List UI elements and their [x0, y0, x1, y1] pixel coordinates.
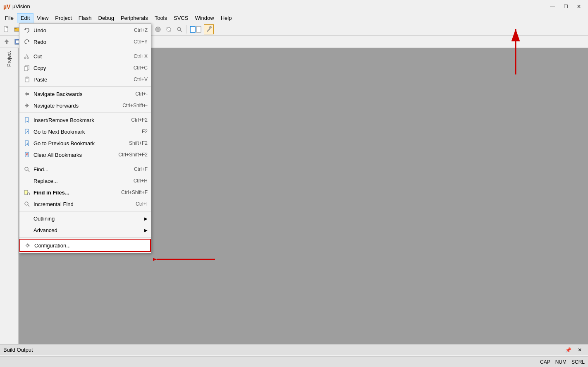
- sep4: [19, 162, 151, 162]
- maximize-button[interactable]: ☐: [560, 2, 571, 11]
- svg-line-73: [29, 195, 30, 195]
- minimize-button[interactable]: —: [547, 2, 558, 11]
- next-bookmark-icon: [23, 127, 31, 136]
- project-panel: Project: [0, 48, 19, 344]
- svg-line-54: [26, 54, 28, 55]
- menu-item-prev-bookmark[interactable]: Go to Previous Bookmark Shift+F2: [19, 137, 151, 149]
- clear-bookmarks-shortcut: Ctrl+Shift+F2: [118, 152, 148, 158]
- tb-search[interactable]: [174, 24, 184, 34]
- next-bookmark-label: Go to Next Bookmark: [33, 129, 139, 135]
- next-bookmark-shortcut: F2: [142, 129, 148, 134]
- nav-fwd-shortcut: Ctrl+Shift+-: [122, 103, 148, 108]
- svg-point-50: [24, 57, 26, 59]
- tb2-btn1[interactable]: [2, 37, 12, 47]
- title-controls: — ☐ ✕: [547, 2, 585, 11]
- title-text: µVision: [12, 3, 30, 10]
- menu-item-nav-back[interactable]: Navigate Backwards Ctrl+-: [19, 88, 151, 100]
- menu-debug[interactable]: Debug: [95, 13, 117, 23]
- replace-icon: [23, 177, 31, 185]
- find-label: Find...: [33, 166, 131, 173]
- menu-item-advanced[interactable]: Advanced ▶: [19, 224, 151, 236]
- menu-view[interactable]: View: [33, 13, 52, 23]
- svg-line-38: [207, 29, 210, 31]
- menu-item-configuration[interactable]: Configuration...: [19, 239, 151, 252]
- build-output-pin[interactable]: 📌: [563, 345, 573, 355]
- find-files-icon: [23, 188, 31, 197]
- paste-shortcut: Ctrl+V: [134, 77, 148, 82]
- menu-bar: File Edit View Project Flash Debug Perip…: [0, 13, 588, 23]
- paste-icon: [23, 75, 31, 84]
- svg-point-51: [27, 57, 29, 59]
- close-button[interactable]: ✕: [573, 2, 585, 11]
- menu-svcs[interactable]: SVCS: [170, 13, 191, 23]
- insert-bookmark-icon: [23, 116, 31, 124]
- menu-item-clear-bookmarks[interactable]: Clear All Bookmarks Ctrl+Shift+F2: [19, 149, 151, 161]
- advanced-label: Advanced: [33, 227, 143, 233]
- status-num: NUM: [555, 359, 566, 365]
- build-output-icons: 📌 ✕: [563, 345, 585, 355]
- menu-file[interactable]: File: [2, 13, 17, 23]
- svg-point-69: [25, 167, 28, 170]
- menu-item-redo[interactable]: Redo Ctrl+Y: [19, 36, 151, 48]
- menu-item-find-in-files[interactable]: Find in Files... Ctrl+Shift+F: [19, 187, 151, 198]
- menu-tools[interactable]: Tools: [151, 13, 170, 23]
- menu-item-find[interactable]: Find... Ctrl+F: [19, 163, 151, 175]
- menu-item-next-bookmark[interactable]: Go to Next Bookmark F2: [19, 126, 151, 137]
- menu-edit[interactable]: Edit: [17, 13, 33, 23]
- nav-back-icon: [23, 90, 31, 98]
- status-bar: CAP NUM SCRL: [0, 356, 588, 367]
- app-icon: µV: [3, 3, 10, 10]
- tb-new[interactable]: [2, 24, 12, 34]
- menu-item-paste[interactable]: Paste Ctrl+V: [19, 74, 151, 85]
- build-output-header: Build Output 📌 ✕: [0, 345, 588, 355]
- replace-shortcut: Ctrl+H: [134, 178, 148, 184]
- status-cap: CAP: [540, 359, 550, 365]
- nav-back-shortcut: Ctrl+-: [135, 91, 148, 97]
- menu-help[interactable]: Help: [218, 13, 235, 23]
- title-left: µV µVision: [3, 3, 30, 10]
- undo-shortcut: Ctrl+Z: [134, 27, 148, 33]
- menu-item-replace[interactable]: Replace... Ctrl+H: [19, 175, 151, 187]
- copy-shortcut: Ctrl+C: [134, 65, 148, 71]
- tb-btn14[interactable]: [153, 24, 163, 34]
- svg-rect-3: [14, 28, 17, 29]
- sep5: [186, 25, 186, 34]
- title-bar: µV µVision — ☐ ✕: [0, 0, 588, 13]
- status-scrl: SCRL: [571, 359, 585, 365]
- menu-peripherals[interactable]: Peripherals: [117, 13, 151, 23]
- outlining-arrow: ▶: [144, 216, 148, 221]
- menu-item-undo[interactable]: Undo Ctrl+Z: [19, 24, 151, 36]
- replace-label: Replace...: [33, 178, 130, 184]
- svg-marker-60: [25, 103, 29, 108]
- find-in-files-shortcut: Ctrl+Shift+F: [121, 189, 148, 195]
- copy-label: Copy: [33, 65, 130, 71]
- menu-item-nav-fwd[interactable]: Navigate Forwards Ctrl+Shift+-: [19, 100, 151, 111]
- menu-item-outlining[interactable]: Outlining ▶: [19, 213, 151, 224]
- menu-item-copy[interactable]: Copy Ctrl+C: [19, 62, 151, 74]
- redo-icon: [23, 38, 31, 46]
- tb-btn15[interactable]: [164, 24, 174, 34]
- svg-rect-37: [196, 26, 201, 32]
- paste-label: Paste: [33, 77, 130, 83]
- advanced-arrow: ▶: [144, 228, 148, 233]
- menu-window[interactable]: Window: [191, 13, 217, 23]
- cut-label: Cut: [33, 53, 130, 60]
- configuration-label: Configuration...: [34, 242, 147, 249]
- tb-layout[interactable]: [188, 24, 203, 34]
- copy-icon: [23, 64, 31, 72]
- insert-bookmark-label: Insert/Remove Bookmark: [33, 117, 128, 123]
- sep3: [19, 113, 151, 113]
- menu-item-incremental-find[interactable]: Incremental Find Ctrl+I: [19, 198, 151, 210]
- menu-project[interactable]: Project: [52, 13, 75, 23]
- undo-icon: [23, 26, 31, 34]
- menu-item-cut[interactable]: Cut Ctrl+X: [19, 50, 151, 62]
- tb-wrench[interactable]: [204, 24, 214, 34]
- redo-label: Redo: [33, 39, 130, 45]
- build-output-close[interactable]: ✕: [575, 345, 585, 355]
- svg-marker-59: [25, 92, 29, 96]
- svg-line-70: [28, 170, 29, 172]
- menu-item-insert-bookmark[interactable]: Insert/Remove Bookmark Ctrl+F2: [19, 114, 151, 126]
- outlining-icon: [23, 214, 31, 223]
- outlining-label: Outlining: [33, 216, 143, 222]
- menu-flash[interactable]: Flash: [75, 13, 95, 23]
